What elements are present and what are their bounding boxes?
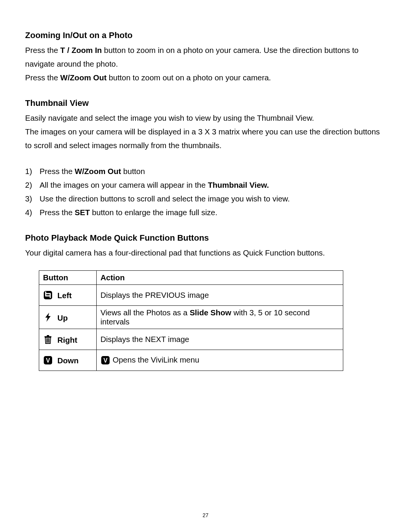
- bold-text: Thumbnail View.: [208, 181, 269, 189]
- vivilink-icon: V: [43, 355, 53, 365]
- step-1: Press the W/Zoom Out button: [25, 165, 386, 178]
- text: Press the: [40, 208, 75, 217]
- button-label-down: Down: [57, 356, 79, 365]
- thumbnail-steps-list: Press the W/Zoom Out button All the imag…: [25, 165, 386, 219]
- th-button: Button: [39, 271, 97, 285]
- action-cell-up: Views all the Photos as a Slide Show wit…: [97, 306, 343, 329]
- th-action: Action: [97, 271, 343, 285]
- bold-text: T / Zoom In: [60, 46, 102, 54]
- text: Press the: [25, 46, 60, 54]
- thumbnail-paragraph-2: The images on your camera will be displa…: [25, 125, 386, 152]
- crop-icon: [43, 290, 53, 300]
- text: button to enlarge the image full size.: [90, 208, 217, 217]
- heading-thumbnail: Thumbnail View: [25, 98, 386, 108]
- table-row-down: V Down V Opens the ViviLink menu: [39, 350, 343, 371]
- text: Press the: [25, 73, 60, 82]
- heading-quick-buttons: Photo Playback Mode Quick Function Butto…: [25, 233, 386, 243]
- svg-rect-0: [44, 291, 52, 299]
- text: All the images on your camera will appea…: [40, 181, 208, 189]
- svg-rect-2: [47, 335, 49, 336]
- page-number: 27: [0, 512, 411, 518]
- button-label-left: Left: [57, 291, 72, 300]
- quick-buttons-table: Button Action Left Displays the PREVIOUS…: [39, 270, 343, 371]
- text: button to zoom out on a photo on your ca…: [107, 73, 271, 82]
- svg-text:V: V: [46, 357, 50, 364]
- manual-page: Zooming In/Out on a Photo Press the T / …: [0, 0, 411, 532]
- vivilink-icon: V: [100, 355, 110, 365]
- zoom-out-paragraph: Press the W/Zoom Out button to zoom out …: [25, 71, 386, 85]
- text: button: [121, 167, 145, 176]
- button-cell-up: Up: [39, 306, 97, 329]
- button-label-right: Right: [57, 335, 77, 345]
- svg-text:V: V: [104, 357, 108, 364]
- action-cell-down: V Opens the ViviLink menu: [97, 350, 343, 371]
- text: Views all the Photos as a: [100, 308, 190, 317]
- button-cell-down: V Down: [39, 350, 97, 371]
- step-2: All the images on your camera will appea…: [25, 178, 386, 192]
- heading-zooming: Zooming In/Out on a Photo: [25, 30, 386, 40]
- text: Opens the ViviLink menu: [113, 355, 199, 364]
- bold-text: SET: [75, 208, 90, 217]
- flash-icon: [43, 312, 53, 323]
- bold-text: Slide Show: [190, 308, 231, 317]
- table-header-row: Button Action: [39, 271, 343, 285]
- bold-text: W/Zoom Out: [75, 167, 121, 176]
- table-row-left: Left Displays the PREVIOUS image: [39, 285, 343, 306]
- button-cell-right: Right: [39, 329, 97, 350]
- button-label-up: Up: [57, 313, 68, 323]
- action-cell-left: Displays the PREVIOUS image: [97, 285, 343, 306]
- quick-buttons-paragraph: Your digital camera has a four-direction…: [25, 246, 386, 260]
- step-4: Press the SET button to enlarge the imag…: [25, 206, 386, 219]
- thumbnail-paragraph-1: Easily navigate and select the image you…: [25, 111, 386, 125]
- text: Press the: [40, 167, 75, 176]
- zoom-in-paragraph: Press the T / Zoom In button to zoom in …: [25, 43, 386, 71]
- table-row-up: Up Views all the Photos as a Slide Show …: [39, 306, 343, 329]
- step-3: Use the direction buttons to scroll and …: [25, 192, 386, 206]
- delete-icon: [43, 334, 53, 345]
- bold-text: W/Zoom Out: [60, 73, 107, 82]
- table-row-right: Right Displays the NEXT image: [39, 329, 343, 350]
- action-cell-right: Displays the NEXT image: [97, 329, 343, 350]
- button-cell-left: Left: [39, 285, 97, 306]
